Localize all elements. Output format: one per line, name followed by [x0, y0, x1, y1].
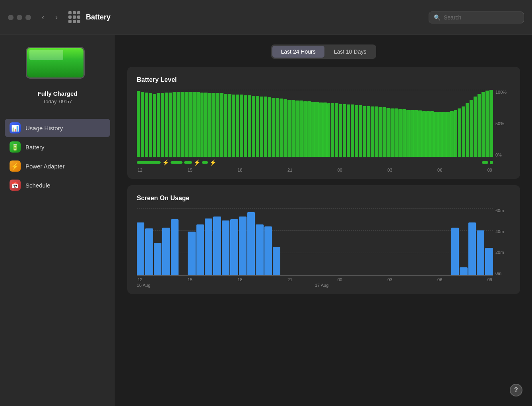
battery-bar	[240, 95, 243, 157]
charging-seg-1	[137, 161, 161, 164]
forward-arrow[interactable]: ›	[51, 12, 62, 23]
battery-bar	[426, 111, 430, 157]
battery-bar	[272, 98, 275, 157]
battery-bar	[315, 102, 319, 157]
x-label-03: 03	[387, 168, 392, 172]
battery-bar	[184, 92, 188, 157]
sidebar-item-label: Usage History	[25, 125, 63, 131]
usage-bar	[205, 218, 212, 275]
x-label-12: 12	[138, 168, 142, 172]
battery-bar	[200, 93, 204, 157]
sidebar-item-usage-history[interactable]: 📊 Usage History	[5, 119, 110, 137]
usage-bar	[451, 228, 459, 275]
battery-bar	[260, 97, 263, 157]
usage-bar	[145, 228, 153, 275]
battery-bar	[169, 93, 172, 157]
back-arrow[interactable]: ‹	[37, 12, 49, 23]
x-label-21: 21	[287, 168, 292, 172]
battery-shine	[29, 50, 63, 60]
usage-history-icon: 📊	[10, 122, 21, 133]
battery-bar	[137, 91, 140, 157]
x-label-09: 09	[487, 168, 492, 172]
usage-bar	[264, 226, 272, 275]
x-label-18: 18	[237, 168, 242, 172]
battery-bar	[264, 97, 267, 157]
x-label-00: 00	[338, 168, 342, 172]
x-label-u-15: 15	[188, 277, 192, 282]
nav-arrows: ‹ ›	[37, 12, 62, 23]
search-input[interactable]	[444, 14, 519, 21]
usage-bar	[256, 224, 263, 275]
battery-bar	[161, 93, 164, 157]
usage-bar	[460, 267, 467, 275]
battery-bar	[371, 106, 374, 157]
usage-bars	[137, 208, 493, 275]
battery-bar	[331, 103, 334, 157]
charging-bolt-1: ⚡	[162, 159, 169, 166]
help-button[interactable]: ?	[510, 384, 522, 396]
usage-bar	[162, 228, 170, 275]
battery-bar	[173, 92, 176, 157]
usage-bar	[477, 230, 484, 275]
window-controls	[8, 15, 31, 20]
screen-usage-title: Screen On Usage	[137, 195, 511, 202]
charging-bolt-3: ⚡	[210, 159, 216, 166]
battery-icon	[26, 47, 89, 81]
charging-seg-5	[482, 161, 488, 164]
search-bar[interactable]: 🔍	[429, 12, 524, 23]
usage-bar	[239, 217, 247, 276]
battery-bar	[204, 93, 208, 157]
sidebar-item-battery[interactable]: 🔋 Battery	[5, 138, 110, 156]
grid-icon[interactable]	[68, 11, 81, 24]
battery-bar	[339, 104, 342, 157]
battery-bar	[252, 96, 255, 157]
battery-bar	[347, 104, 350, 157]
battery-bar	[220, 93, 223, 157]
battery-bar	[390, 108, 394, 157]
battery-bar	[386, 108, 390, 157]
usage-bar	[154, 243, 161, 275]
date-16-aug: 16 Aug	[137, 283, 150, 288]
charging-dot	[490, 161, 493, 164]
battery-bar	[474, 97, 477, 157]
battery-bar	[398, 109, 402, 157]
tab-last-10-days[interactable]: Last 10 Days	[325, 46, 375, 58]
charging-row: ⚡ ⚡ ⚡	[137, 159, 493, 166]
y-label-0m: 0m	[495, 271, 511, 276]
power-adapter-icon: ⚡	[10, 160, 21, 172]
sidebar-item-power-adapter[interactable]: ⚡ Power Adapter	[5, 157, 110, 175]
sidebar-item-schedule[interactable]: 📅 Schedule	[5, 176, 110, 194]
minimize-button[interactable]	[17, 15, 22, 20]
battery-bar	[141, 92, 144, 157]
usage-bar	[171, 219, 179, 275]
battery-bar	[295, 101, 299, 157]
battery-bar	[434, 112, 438, 157]
sidebar-item-label: Battery	[25, 144, 45, 151]
battery-bar	[268, 97, 271, 157]
sidebar: Fully Charged Today, 09:57 📊 Usage Histo…	[0, 35, 115, 406]
battery-bar	[343, 104, 346, 157]
tab-last-24-hours[interactable]: Last 24 Hours	[272, 46, 324, 58]
x-label-u-00: 00	[338, 277, 342, 282]
usage-bar	[196, 224, 204, 275]
battery-bar	[188, 92, 192, 157]
battery-bar	[299, 101, 303, 157]
battery-bar	[157, 93, 160, 157]
battery-bar	[414, 110, 418, 157]
tab-group: Last 24 Hours Last 10 Days	[271, 44, 377, 59]
close-button[interactable]	[8, 15, 14, 20]
battery-bar	[422, 111, 426, 157]
tab-row: Last 24 Hours Last 10 Days	[127, 44, 520, 59]
battery-status: Fully Charged	[37, 90, 77, 97]
battery-bars	[137, 90, 493, 157]
battery-bar	[478, 94, 481, 157]
battery-bar	[458, 108, 461, 157]
battery-bar	[291, 100, 295, 157]
charging-seg-2	[171, 161, 183, 164]
battery-bar	[410, 110, 414, 157]
maximize-button[interactable]	[25, 15, 31, 20]
battery-bar	[177, 92, 180, 157]
battery-bar	[450, 111, 454, 157]
battery-bar	[406, 110, 410, 157]
battery-tip	[84, 57, 85, 69]
